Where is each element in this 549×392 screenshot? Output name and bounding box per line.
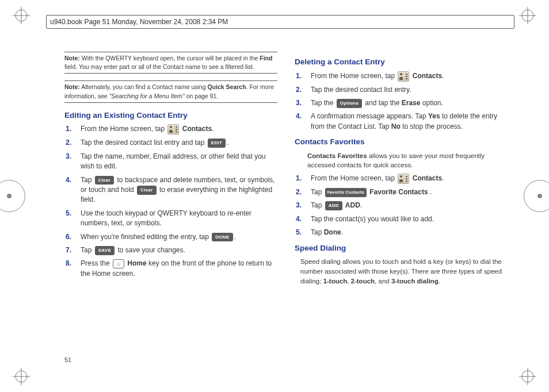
note-label: Note: xyxy=(64,83,80,90)
list-item: Tap the contact(s) you would like to add… xyxy=(307,214,508,224)
home-key-icon: ⌂ xyxy=(113,259,124,268)
right-column: Deleting a Contact Entry From the Home s… xyxy=(295,52,508,369)
note-label: Note: xyxy=(64,55,80,62)
crop-mark-tl xyxy=(13,7,30,24)
list-item: From the Home screen, tap Contacts. xyxy=(307,174,508,184)
edit-softkey-icon: EDIT xyxy=(208,139,226,148)
list-item: Tap the Options and tap the Erase option… xyxy=(307,98,508,108)
page-header-text: u940.book Page 51 Monday, November 24, 2… xyxy=(50,18,228,26)
clear-softkey-icon: Clear xyxy=(95,176,115,185)
crop-mark-bl xyxy=(13,368,30,385)
contacts-icon xyxy=(398,174,409,184)
contacts-icon xyxy=(167,124,179,134)
heading-contacts-favorites: Contacts Favorites xyxy=(295,136,508,148)
list-item: Tap Favorite Contacts Favorite Contacts … xyxy=(307,187,508,197)
page-number: 51 xyxy=(64,356,71,363)
crop-mark-tr xyxy=(519,7,536,24)
speed-dialing-body: Speed dialing allows you to touch and ho… xyxy=(300,257,508,286)
left-column: Note: With the QWERTY keyboard open, the… xyxy=(64,52,277,369)
heading-editing-contact: Editing an Existing Contact Entry xyxy=(64,110,277,121)
page-content: Note: With the QWERTY keyboard open, the… xyxy=(64,52,508,369)
list-item: Tap ADD ADD. xyxy=(307,201,508,210)
steps-contacts-favorites: From the Home screen, tap Contacts. Tap … xyxy=(295,174,508,238)
contacts-icon xyxy=(398,71,409,82)
side-register-right xyxy=(524,180,549,212)
add-softkey-icon: ADD xyxy=(325,201,342,210)
list-item: Tap the name, number, Email address, or … xyxy=(77,152,277,172)
options-softkey-icon: Options xyxy=(337,99,362,108)
list-item: A confirmation message appears. Tap Yes … xyxy=(307,112,508,132)
heading-deleting-contact: Deleting a Contact Entry xyxy=(295,56,508,68)
list-item: Tap the desired contact list entry and t… xyxy=(77,138,277,148)
clear-softkey-icon: Clear xyxy=(137,186,157,195)
list-item: Tap SAVE to save your changes. xyxy=(77,245,277,255)
crop-mark-br xyxy=(519,368,536,385)
steps-editing-contact: From the Home screen, tap Contacts. Tap … xyxy=(64,124,277,279)
steps-deleting-contact: From the Home screen, tap Contacts. Tap … xyxy=(295,71,508,132)
list-item: Use the touch keypad or QWERTY keyboard … xyxy=(77,209,277,229)
save-softkey-icon: SAVE xyxy=(95,246,115,255)
list-item: From the Home screen, tap Contacts. xyxy=(77,124,277,134)
list-item: When you're finished editing the entry, … xyxy=(77,232,277,242)
list-item: Tap the desired contact list entry. xyxy=(307,85,508,95)
page-header: u940.book Page 51 Monday, November 24, 2… xyxy=(46,15,514,29)
favorite-contacts-softkey-icon: Favorite Contacts xyxy=(325,188,367,197)
side-register-left xyxy=(0,180,25,212)
favorites-intro: Contacts Favorites allows you to save yo… xyxy=(307,151,508,170)
list-item: Tap Done. xyxy=(307,228,508,237)
list-item: From the Home screen, tap Contacts. xyxy=(307,71,508,82)
note-quick-search: Note: Alternately, you can find a Contac… xyxy=(64,80,277,102)
heading-speed-dialing: Speed Dialing xyxy=(295,243,508,254)
done-softkey-icon: DONE xyxy=(212,233,232,242)
list-item: Tap Clear to backspace and delete number… xyxy=(77,175,277,205)
note-find-field: Note: With the QWERTY keyboard open, the… xyxy=(64,52,277,74)
list-item: Press the ⌂ Home key on the front of the… xyxy=(77,259,277,279)
